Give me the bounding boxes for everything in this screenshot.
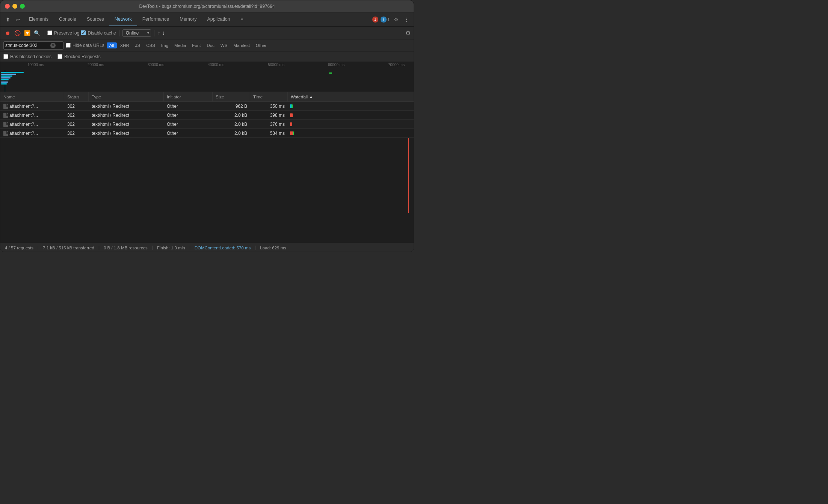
filter-clear-button[interactable]: ✕: [50, 43, 56, 48]
wf-container-1: [289, 102, 412, 110]
hide-data-urls-checkbox[interactable]: Hide data URLs: [66, 43, 104, 48]
blocked-requests-checkbox[interactable]: Blocked Requests: [57, 54, 101, 59]
blocked-cookies-checkbox[interactable]: Has blocked cookies: [3, 54, 51, 59]
throttle-select-wrapper: Online Fast 3G Slow 3G Offline: [122, 29, 151, 37]
network-table-scroll[interactable]: Name Status Type Initiator Size Time Wat…: [0, 92, 414, 243]
wf-container-2: [289, 111, 412, 119]
timeline-bar-2: [1, 74, 16, 75]
filter-bar: ✕ Hide data URLs All XHR JS CSS Img Medi…: [0, 39, 414, 51]
timeline-bar-6: [1, 81, 8, 83]
filter-btn-manifest[interactable]: Manifest: [231, 42, 252, 48]
throttle-select[interactable]: Online Fast 3G Slow 3G Offline: [122, 29, 151, 37]
filter-btn-xhr[interactable]: XHR: [118, 42, 132, 48]
th-time[interactable]: Time: [250, 92, 288, 101]
td-name-2: attachment?...: [0, 111, 64, 119]
th-type[interactable]: Type: [89, 92, 164, 101]
empty-space: [0, 138, 414, 213]
title-bar: DevTools - bugs.chromium.org/p/chromium/…: [0, 0, 414, 12]
hide-data-urls-input[interactable]: [66, 43, 71, 48]
filter-btn-all[interactable]: All: [107, 42, 117, 48]
td-name-3: attachment?...: [0, 120, 64, 128]
filter-type-buttons: All XHR JS CSS Img Media Font Doc WS Man…: [107, 42, 269, 48]
table-row[interactable]: attachment?... 302 text/html / Redirect …: [0, 120, 414, 129]
tab-application[interactable]: Application: [202, 12, 235, 26]
error-count: 1: [372, 17, 378, 23]
tab-elements[interactable]: Elements: [24, 12, 54, 26]
filter-input[interactable]: [5, 43, 50, 48]
blocked-requests-input[interactable]: [57, 54, 62, 59]
timeline-bar-far: [329, 72, 332, 74]
disable-cache-input[interactable]: [81, 30, 86, 35]
network-toolbar: ⏺ 🚫 🔽 🔍 Preserve log Disable cache Onlin…: [0, 27, 414, 39]
td-time-4: 534 ms: [250, 129, 288, 137]
td-type-1: text/html / Redirect: [89, 102, 164, 110]
settings-icon[interactable]: ⚙: [392, 15, 400, 24]
filter-btn-img[interactable]: Img: [159, 42, 171, 48]
download-button[interactable]: ↓: [162, 30, 165, 36]
timeline-label-6: 60000 ms: [328, 63, 344, 67]
record-button[interactable]: ⏺: [3, 29, 12, 37]
table-row[interactable]: attachment?... 302 text/html / Redirect …: [0, 129, 414, 138]
wf-bar-1b: [292, 104, 293, 108]
tab-sources[interactable]: Sources: [82, 12, 109, 26]
timeline-bar-4: [1, 77, 11, 78]
timeline-label-2: 20000 ms: [88, 63, 104, 67]
traffic-lights: [5, 4, 25, 9]
filter-btn-ws[interactable]: WS: [218, 42, 230, 48]
timeline-label-5: 50000 ms: [268, 63, 284, 67]
maximize-button[interactable]: [20, 4, 25, 9]
timeline-bar-7: [1, 83, 7, 85]
filter-btn-css[interactable]: CSS: [144, 42, 158, 48]
th-waterfall[interactable]: Waterfall ▲: [288, 92, 414, 101]
tab-network[interactable]: Network: [109, 12, 137, 26]
td-initiator-1: Other: [164, 102, 213, 110]
filter-checkboxes-row: Has blocked cookies Blocked Requests: [0, 51, 414, 62]
filter-btn-doc[interactable]: Doc: [204, 42, 217, 48]
td-time-3: 376 ms: [250, 120, 288, 128]
td-initiator-2: Other: [164, 111, 213, 119]
filter-icon[interactable]: 🔽: [23, 29, 31, 37]
filter-input-wrapper: ✕: [3, 41, 63, 50]
filter-btn-media[interactable]: Media: [172, 42, 189, 48]
status-dom-content-loaded: DOMContentLoaded: 570 ms: [190, 246, 256, 250]
tab-performance[interactable]: Performance: [137, 12, 175, 26]
disable-cache-checkbox[interactable]: Disable cache: [81, 30, 116, 36]
th-name[interactable]: Name: [0, 92, 64, 101]
td-waterfall-4: [288, 129, 414, 137]
td-waterfall-1: [288, 102, 414, 110]
th-size[interactable]: Size: [213, 92, 250, 101]
stop-button[interactable]: 🚫: [13, 29, 21, 37]
status-requests: 4 / 57 requests: [5, 246, 38, 250]
timeline-label-1: 10000 ms: [27, 63, 44, 67]
filter-btn-font[interactable]: Font: [189, 42, 203, 48]
td-type-4: text/html / Redirect: [89, 129, 164, 137]
th-status[interactable]: Status: [64, 92, 89, 101]
upload-button[interactable]: ↑: [157, 30, 160, 36]
th-initiator[interactable]: Initiator: [164, 92, 213, 101]
timeline-bar-3: [1, 75, 12, 77]
search-icon[interactable]: 🔍: [33, 29, 41, 37]
file-icon-2: [3, 113, 8, 118]
status-transferred: 7.1 kB / 515 kB transferred: [38, 246, 99, 250]
close-button[interactable]: [5, 4, 10, 9]
timeline-bars: [0, 70, 414, 92]
preserve-log-input[interactable]: [47, 30, 52, 35]
warning-badge: i 1: [381, 17, 390, 23]
device-icon[interactable]: ▱: [14, 16, 21, 23]
cursor-icon[interactable]: ⬆: [4, 16, 12, 23]
table-row[interactable]: attachment?... 302 text/html / Redirect …: [0, 102, 414, 111]
table-row[interactable]: attachment?... 302 text/html / Redirect …: [0, 111, 414, 120]
status-resources: 0 B / 1.8 MB resources: [99, 246, 153, 250]
minimize-button[interactable]: [12, 4, 17, 9]
blocked-cookies-input[interactable]: [3, 54, 8, 59]
td-size-3: 2.0 kB: [213, 120, 250, 128]
preserve-log-checkbox[interactable]: Preserve log: [47, 30, 79, 36]
toolbar-settings-icon[interactable]: ⚙: [405, 29, 411, 36]
filter-btn-other[interactable]: Other: [253, 42, 269, 48]
tab-console[interactable]: Console: [54, 12, 82, 26]
tab-memory[interactable]: Memory: [174, 12, 202, 26]
more-menu-icon[interactable]: ⋮: [402, 15, 411, 24]
filter-btn-js[interactable]: JS: [133, 42, 143, 48]
tab-more[interactable]: »: [236, 12, 249, 26]
td-waterfall-2: [288, 111, 414, 119]
